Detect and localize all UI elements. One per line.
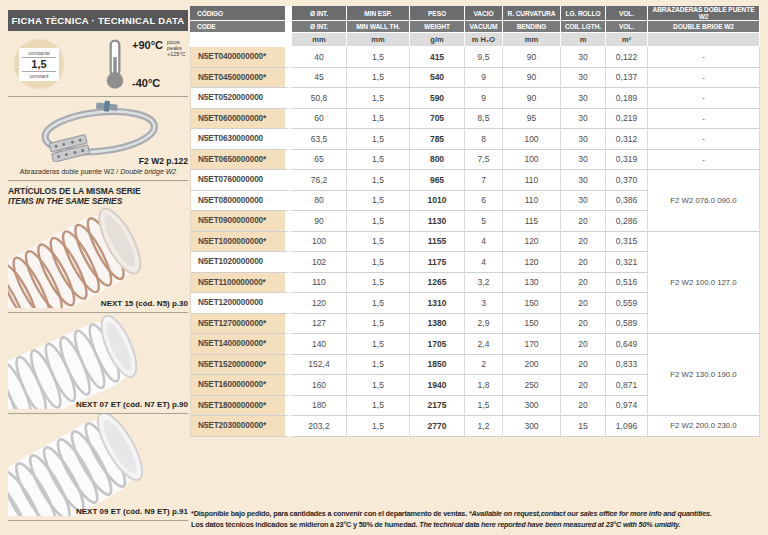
weight-cell: 590	[410, 88, 465, 109]
min-wall-cell: 1,5	[347, 88, 410, 109]
weight-cell: 2770	[410, 416, 465, 437]
volume-cell: 0,312	[606, 129, 648, 150]
inner-diameter-cell: 40	[292, 47, 347, 68]
clamp-figure	[8, 100, 188, 162]
badge-value: 1,5	[22, 57, 56, 72]
footnote-line-2: Los datos técnicos indicados se midieron…	[191, 520, 766, 531]
badge-label-en: constant	[19, 73, 59, 79]
code-cell: N5ET0520000000	[190, 88, 292, 109]
bending-radius-cell: 90	[503, 88, 561, 109]
clamp-ref-cell: -	[648, 150, 760, 171]
constant-badge: constante 1,5 constant	[14, 39, 64, 89]
bending-radius-cell: 200	[503, 355, 561, 376]
clamp-ref-cell: F2 W2 076.0 090.0	[648, 170, 760, 232]
vacuum-cell: 7	[465, 170, 503, 191]
vacuum-cell: 8,5	[465, 109, 503, 130]
weight-cell: 1265	[410, 273, 465, 294]
volume-cell: 0,321	[606, 252, 648, 273]
coil-length-cell: 30	[561, 129, 606, 150]
coil-length-cell: 15	[561, 416, 606, 437]
volume-cell: 0,589	[606, 314, 648, 335]
inner-diameter-cell: 80	[292, 191, 347, 212]
coil-length-cell: 30	[561, 109, 606, 130]
vacuum-cell: 2	[465, 355, 503, 376]
min-wall-cell: 1,5	[347, 416, 410, 437]
column-header-en: DOUBLE BRIGE W2	[648, 21, 760, 33]
weight-cell: 785	[410, 129, 465, 150]
coil-length-cell: 30	[561, 150, 606, 171]
footnote-line-1: *Disponible bajo pedido, para cantidades…	[191, 509, 766, 520]
weight-cell: 1850	[410, 355, 465, 376]
volume-cell: 0,189	[606, 88, 648, 109]
weight-cell: 1010	[410, 191, 465, 212]
datasheet-page: FICHA TÈCNICA · TECHNICAL DATA constante…	[0, 0, 768, 535]
bending-radius-cell: 115	[503, 211, 561, 232]
clamp-image	[12, 100, 184, 162]
coil-length-cell: 20	[561, 334, 606, 355]
vacuum-cell: 2,9	[465, 314, 503, 335]
inner-diameter-cell: 110	[292, 273, 347, 294]
vacuum-cell: 6	[465, 191, 503, 212]
coil-length-cell: 30	[561, 170, 606, 191]
footnote-line-2-es: Los datos técnicos indicados se midieron…	[191, 520, 417, 529]
vacuum-cell: 1,5	[465, 396, 503, 417]
bending-radius-cell: 90	[503, 68, 561, 89]
clamp-ref-cell: -	[648, 68, 760, 89]
min-wall-cell: 1,5	[347, 232, 410, 253]
related-item: NEXT 15 (cód. N5) p.30	[8, 208, 188, 312]
hose-image-next-09-et	[8, 414, 188, 516]
vacuum-cell: 4	[465, 232, 503, 253]
inner-diameter-cell: 120	[292, 293, 347, 314]
column-header-en: CODE	[190, 21, 292, 33]
series-heading: ARTÍCULOS DE LA MISMA SERIE ITEMS IN THE…	[8, 186, 188, 206]
bending-radius-cell: 110	[503, 170, 561, 191]
header-row-en: CODEØ INT.MIN WALL TH.WEIGHTVACUUMBENDIN…	[190, 21, 760, 33]
column-header-en: WEIGHT	[410, 21, 465, 33]
table-header: CÓDIGOØ INT.MIN ESP.PESOVACIOR. CURVATUR…	[190, 6, 760, 33]
temperature-labels: +90°C picos peaks +125°C -40°C	[132, 39, 186, 89]
related-item-label: NEXT 09 ET (cód. N9 ET) p.91	[76, 507, 188, 516]
code-cell: N5ET0800000000	[190, 191, 292, 212]
units-row: mmmmg/mm H₂Ommmm³	[190, 33, 760, 47]
badge-label-es: constante	[19, 50, 59, 56]
coil-length-cell: 30	[561, 88, 606, 109]
min-wall-cell: 1,5	[347, 47, 410, 68]
vacuum-cell: 9	[465, 88, 503, 109]
coil-length-cell: 20	[561, 273, 606, 294]
weight-cell: 1155	[410, 232, 465, 253]
coil-length-cell: 20	[561, 252, 606, 273]
column-header-es: CÓDIGO	[190, 6, 292, 21]
table-row: N5ET0600000000*601,57058,595300,219-	[190, 109, 760, 130]
clamp-caption-en: Double bridge W2	[120, 168, 176, 175]
volume-cell: 0,319	[606, 150, 648, 171]
unit-cell: mm	[292, 33, 347, 47]
min-wall-cell: 1,5	[347, 375, 410, 396]
series-title-en: ITEMS IN THE SAME SERIES	[8, 196, 188, 206]
temp-peaks: picos peaks +125°C	[167, 39, 186, 57]
weight-cell: 1310	[410, 293, 465, 314]
temp-min: -40°C	[132, 77, 186, 89]
min-wall-cell: 1,5	[347, 68, 410, 89]
technical-data-table-area: CÓDIGOØ INT.MIN ESP.PESOVACIOR. CURVATUR…	[190, 6, 760, 437]
thermometer-icon	[102, 37, 128, 91]
column-header-es: R. CURVATURA	[503, 6, 561, 21]
coil-length-cell: 20	[561, 232, 606, 253]
bending-radius-cell: 120	[503, 252, 561, 273]
code-cell: N5ET1270000000*	[190, 314, 292, 335]
bending-radius-cell: 100	[503, 150, 561, 171]
code-cell: N5ET0650000000*	[190, 150, 292, 171]
clamp-caption: Abrazaderas doble puente W2 / Double bri…	[8, 168, 188, 175]
min-wall-cell: 1,5	[347, 293, 410, 314]
vacuum-cell: 4	[465, 252, 503, 273]
column-header-es: PESO	[410, 6, 465, 21]
weight-cell: 705	[410, 109, 465, 130]
min-wall-cell: 1,5	[347, 273, 410, 294]
clamp-ref-cell: F2 W2 100.0 127.0	[648, 232, 760, 335]
inner-diameter-cell: 100	[292, 232, 347, 253]
coil-length-cell: 20	[561, 355, 606, 376]
bending-radius-cell: 130	[503, 273, 561, 294]
footnote-line-1-es: *Disponible bajo pedido, para cantidades…	[191, 509, 467, 518]
column-header-es: VOL.	[606, 6, 648, 21]
inner-diameter-cell: 127	[292, 314, 347, 335]
min-wall-cell: 1,5	[347, 129, 410, 150]
